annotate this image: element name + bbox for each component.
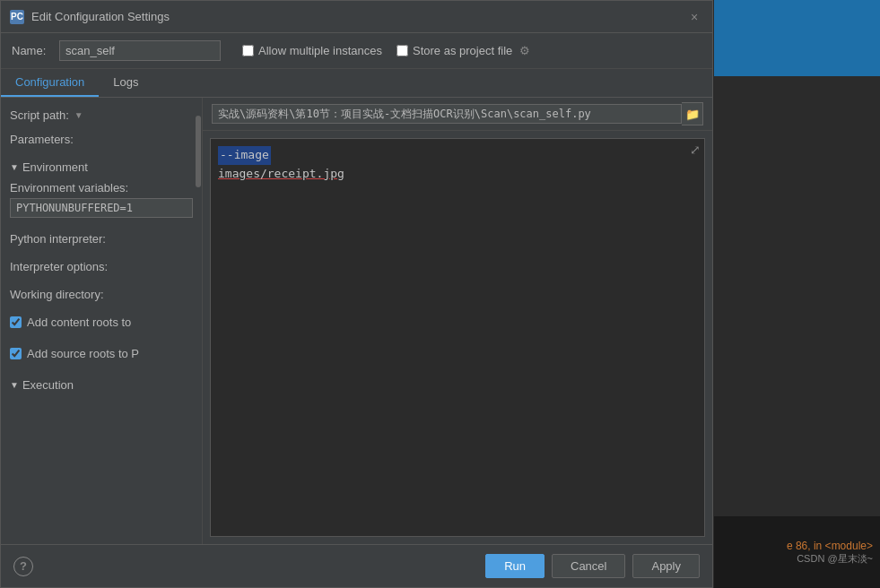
form-panel: Script path: ▼ Parameters: ▼ Environment… [1,98,203,544]
footer: ? Run Cancel Apply [1,544,712,587]
gear-icon[interactable]: ⚙ [519,44,530,57]
add-source-roots-row: Add source roots to P [10,343,193,364]
tab-configuration[interactable]: Configuration [1,69,99,97]
add-source-roots-label: Add source roots to P [27,347,139,360]
env-vars-label: Environment variables: [10,177,193,198]
execution-label: Execution [22,378,74,392]
param-line-2: images/receipt.jpg [218,165,697,184]
add-content-roots-label: Add content roots to [27,316,131,329]
store-project-checkbox[interactable] [396,45,408,56]
collapse-icon[interactable]: ⤢ [690,143,701,157]
env-arrow-icon: ▼ [10,162,19,172]
add-source-roots-checkbox[interactable] [10,348,22,359]
editor-line2: CSDN @星末淡~ [797,552,873,566]
add-content-roots-row: Add content roots to [10,312,193,333]
param-image-selected: --image [218,146,271,165]
tabs-bar: Configuration Logs [1,69,712,98]
working-directory-label: Working directory: [10,284,193,301]
footer-right: Run Cancel Apply [485,554,700,578]
help-button[interactable]: ? [13,557,33,576]
folder-button[interactable]: 📁 [682,102,703,125]
apply-button[interactable]: Apply [632,554,700,578]
store-project-option[interactable]: Store as project file ⚙ [396,44,530,57]
title-bar-left: PC Edit Configuration Settings [10,10,170,24]
scroll-bar[interactable] [195,98,202,544]
interpreter-options-label: Interpreter options: [10,256,193,273]
run-button[interactable]: Run [485,554,545,578]
script-path-dropdown-icon[interactable]: ▼ [74,110,83,120]
footer-left: ? [13,557,33,576]
script-path-row: Script path: ▼ [10,108,193,122]
app-icon: PC [10,10,24,24]
dialog-title: Edit Configuration Settings [31,10,170,23]
editor-line1: e 86, in <module> [787,540,873,552]
param-receipt: images/receipt.jpg [218,167,344,180]
parameters-label: Parameters: [10,133,193,146]
parameters-editor[interactable]: --image images/receipt.jpg ⤢ [210,138,705,537]
allow-multiple-option[interactable]: Allow multiple instances [242,44,382,57]
execution-header[interactable]: ▼ Execution [10,375,193,392]
main-area: 📁 --image images/receipt.jpg ⤢ [203,98,712,544]
environment-label: Environment [22,160,88,174]
add-content-roots-checkbox[interactable] [10,316,22,328]
python-interpreter-label: Python interpreter: [10,229,193,246]
script-path-label: Script path: [10,108,69,122]
allow-multiple-label: Allow multiple instances [258,44,382,57]
param-line-1: --image [218,146,697,165]
env-vars-input[interactable] [10,198,193,218]
content-area: Script path: ▼ Parameters: ▼ Environment… [1,98,712,544]
name-label: Name: [12,44,52,57]
store-project-label: Store as project file [413,44,512,57]
editor-top-bar [714,0,880,76]
script-path-input[interactable] [212,104,682,124]
title-bar: PC Edit Configuration Settings × [1,1,712,33]
close-button[interactable]: × [685,8,703,26]
name-row: Name: Allow multiple instances Store as … [1,33,712,69]
allow-multiple-checkbox[interactable] [242,45,254,56]
cancel-button[interactable]: Cancel [552,554,625,578]
dialog: PC Edit Configuration Settings × Name: A… [0,0,713,588]
environment-header[interactable]: ▼ Environment [10,157,193,177]
right-panel: --image images/receipt.jpg ⤢ [203,131,712,544]
script-path-bar: 📁 [203,98,712,131]
options-group: Allow multiple instances Store as projec… [242,44,530,57]
execution-arrow-icon: ▼ [10,380,19,390]
environment-section: ▼ Environment Environment variables: [10,157,193,218]
name-input[interactable] [59,40,221,61]
tab-logs[interactable]: Logs [99,69,152,97]
editor-bottom-right: e 86, in <module> CSDN @星末淡~ [714,516,880,588]
scroll-thumb[interactable] [196,116,201,187]
parameters-row: Parameters: [10,133,193,146]
